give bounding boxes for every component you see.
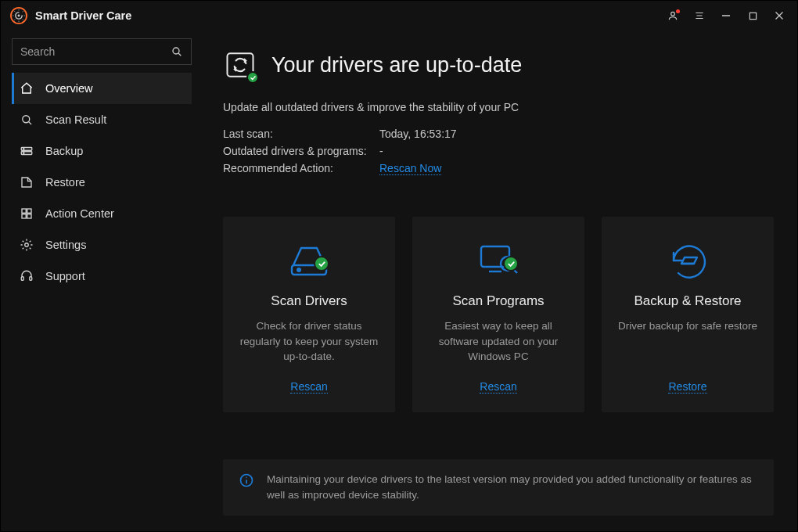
card-restore-link[interactable]: Restore [668, 369, 706, 394]
svg-point-22 [25, 243, 29, 247]
nav-overview[interactable]: Overview [12, 73, 192, 104]
card-rescan-link[interactable]: Rescan [290, 369, 327, 394]
card-scan-drivers: Scan Drivers Check for driver status reg… [223, 217, 395, 412]
card-rescan-link[interactable]: Rescan [480, 369, 516, 394]
search-box[interactable] [12, 38, 192, 65]
title-bar: Smart Driver Care [1, 1, 797, 31]
outdated-value: - [379, 145, 774, 157]
svg-rect-18 [22, 209, 26, 213]
restore-icon [19, 174, 34, 190]
svg-line-8 [776, 13, 783, 20]
card-title: Scan Programs [452, 293, 544, 309]
last-scan-value: Today, 16:53:17 [379, 128, 774, 140]
nav-support[interactable]: Support [12, 261, 192, 292]
sidebar: Overview Scan Result Backup Restore [1, 31, 203, 531]
svg-point-16 [23, 149, 24, 149]
account-button[interactable] [660, 4, 686, 27]
svg-point-35 [246, 476, 247, 478]
nav-restore[interactable]: Restore [12, 167, 192, 198]
info-banner-text: Maintaining your device drivers to the l… [267, 472, 758, 504]
nav-label: Settings [45, 239, 86, 251]
app-logo-group: Smart Driver Care [10, 7, 131, 24]
backup-icon [19, 143, 34, 159]
svg-point-27 [297, 268, 300, 271]
svg-point-12 [23, 116, 30, 123]
svg-rect-19 [27, 209, 31, 213]
last-scan-label: Last scan: [223, 128, 379, 140]
programs-icon [473, 237, 523, 281]
rescan-now-link[interactable]: Rescan Now [379, 162, 441, 175]
notification-dot-icon [676, 9, 680, 13]
recommended-label: Recommended Action: [223, 162, 379, 174]
check-badge-icon [503, 256, 519, 271]
nav-action-center[interactable]: Action Center [12, 198, 192, 229]
card-backup-restore: Backup & Restore Driver backup for safe … [602, 217, 774, 412]
nav-label: Overview [45, 82, 92, 95]
card-desc: Check for driver status regularly to kee… [237, 318, 381, 365]
check-badge-icon [246, 71, 259, 84]
svg-point-1 [18, 15, 20, 17]
nav-backup[interactable]: Backup [12, 135, 192, 167]
search-icon [171, 45, 183, 58]
nav-label: Support [45, 270, 85, 282]
home-icon [19, 81, 34, 96]
svg-rect-23 [21, 277, 23, 281]
headline-subtitle: Update all outdated drivers & improve th… [223, 101, 774, 113]
maximize-button[interactable] [739, 4, 766, 27]
search-input[interactable] [20, 45, 171, 58]
minimize-button[interactable] [713, 4, 739, 27]
svg-rect-20 [22, 214, 26, 218]
close-button[interactable] [766, 4, 793, 27]
outdated-label: Outdated drivers & programs: [223, 145, 379, 157]
headset-icon [19, 268, 34, 284]
nav-label: Scan Result [45, 113, 106, 126]
scan-icon [19, 112, 34, 128]
svg-line-9 [776, 13, 783, 20]
grid-icon [19, 206, 34, 221]
svg-rect-7 [749, 13, 756, 19]
cards-row: Scan Drivers Check for driver status reg… [223, 217, 774, 412]
info-grid: Last scan: Today, 16:53:17 Outdated driv… [223, 128, 774, 174]
card-title: Backup & Restore [634, 293, 741, 309]
hamburger-button[interactable] [686, 4, 713, 27]
svg-point-2 [671, 12, 675, 16]
headline-title: Your drivers are up-to-date [271, 53, 522, 77]
headline: Your drivers are up-to-date [223, 48, 774, 82]
nav-label: Backup [45, 145, 83, 157]
svg-point-17 [23, 153, 24, 153]
app-logo-icon [10, 7, 27, 24]
nav: Overview Scan Result Backup Restore [12, 73, 192, 292]
card-title: Scan Drivers [271, 293, 347, 309]
card-desc: Driver backup for safe restore [618, 318, 757, 334]
restore-icon [663, 237, 713, 281]
svg-line-13 [29, 122, 31, 124]
nav-label: Restore [45, 176, 85, 189]
card-desc: Easiest way to keep all software updated… [426, 318, 570, 365]
nav-scan-result[interactable]: Scan Result [12, 104, 192, 135]
status-sync-icon [223, 48, 257, 82]
drive-icon [284, 237, 334, 281]
svg-rect-24 [30, 277, 32, 281]
info-banner: Maintaining your device drivers to the l… [223, 459, 774, 516]
card-scan-programs: Scan Programs Easiest way to keep all so… [412, 217, 584, 412]
svg-rect-21 [27, 214, 31, 218]
titlebar-buttons [660, 4, 793, 27]
main-content: Your drivers are up-to-date Update all o… [203, 31, 797, 531]
app-title: Smart Driver Care [35, 9, 131, 22]
gear-icon [19, 237, 34, 253]
info-icon [239, 473, 254, 488]
svg-point-10 [173, 48, 179, 54]
nav-label: Action Center [45, 207, 114, 220]
check-badge-icon [314, 256, 329, 271]
nav-settings[interactable]: Settings [12, 229, 192, 261]
svg-line-11 [178, 53, 181, 56]
